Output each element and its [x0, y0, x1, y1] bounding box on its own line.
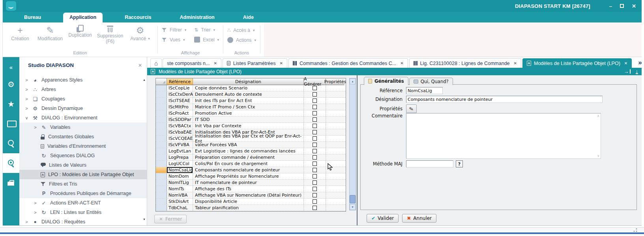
row-selector[interactable]: [156, 186, 167, 192]
chevron-down-icon[interactable]: ∨: [597, 154, 599, 158]
reference-cell[interactable]: LogUCCol: [167, 161, 193, 167]
document-tab[interactable]: Commandes : Gestion des Commandes C... ✕: [288, 58, 408, 68]
annuler-button[interactable]: ✖ Annuler: [402, 214, 436, 223]
rail-item[interactable]: [3, 134, 19, 153]
reference-cell[interactable]: IScCopLie: [167, 85, 193, 91]
a-generer-checkbox[interactable]: [313, 180, 317, 185]
a-generer-checkbox[interactable]: [313, 130, 317, 134]
table-row[interactable]: NomITLig IT nomenclature de pointeur: [156, 180, 346, 186]
a-generer-checkbox[interactable]: [313, 206, 317, 210]
row-selector[interactable]: [156, 85, 167, 91]
reference-cell[interactable]: IScVFVBA: [167, 142, 193, 148]
reference-cell[interactable]: IScVbaEAE: [167, 129, 193, 135]
close-icon[interactable]: ✕: [138, 63, 142, 68]
table-scrollbar[interactable]: ▲ ▼: [349, 78, 356, 210]
methode-maj-input[interactable]: [406, 160, 453, 167]
close-icon[interactable]: ✕: [624, 61, 627, 65]
rail-item[interactable]: ⚙: [3, 74, 19, 94]
close-icon[interactable]: ✕: [514, 61, 517, 65]
tree-item[interactable]: > ↻ LEN : Listes sur Entités: [19, 208, 147, 217]
excel-button[interactable]: X Excel ▾: [194, 37, 219, 43]
table-row[interactable]: IScMItPro Matrice IT Promo / Scen Ctx: [156, 104, 346, 110]
reference-cell[interactable]: IScMItPro: [167, 104, 193, 110]
designation-input[interactable]: [406, 96, 603, 103]
rail-item[interactable]: «: [3, 59, 19, 74]
tree-item[interactable]: A LPO : Modèles de Liste Partagée Objet: [19, 170, 147, 179]
modification-button[interactable]: ✎ Modification: [36, 25, 64, 44]
designation-cell[interactable]: Init Vba par Contexte: [193, 123, 304, 129]
reference-cell[interactable]: IScProAct: [167, 110, 193, 116]
table-row[interactable]: LogUCCol Colis/Pal En cours de chargemen…: [156, 161, 346, 167]
a-generer-checkbox[interactable]: [313, 92, 317, 97]
a-generer-checkbox[interactable]: [313, 162, 317, 166]
tree-item[interactable]: Variables d'Environnement: [19, 141, 147, 151]
a-generer-checkbox[interactable]: [313, 193, 317, 197]
tree-item[interactable]: P Procédures Publiques de Démarrage: [19, 189, 147, 198]
table-row[interactable]: LogPrepa Préparation commande / événemen…: [156, 154, 346, 161]
home-tab[interactable]: ⌂: [150, 58, 162, 68]
row-selector[interactable]: [156, 161, 167, 167]
reference-cell[interactable]: TdbChaL: [167, 205, 193, 211]
table-row[interactable]: LogEvtLan Evt Logistique : lignes de com…: [156, 148, 346, 154]
creation-button[interactable]: + Création: [6, 25, 34, 44]
row-selector[interactable]: [156, 142, 167, 148]
scroll-down-icon[interactable]: ▼: [350, 204, 356, 210]
designation-cell[interactable]: Colis/Pal En cours de chargement: [193, 161, 304, 167]
download-icon[interactable]: ↓: [636, 69, 638, 74]
commentaire-textarea[interactable]: [406, 113, 601, 159]
tree-item[interactable]: > ❏ Couplages: [19, 94, 147, 104]
menu-tab[interactable]: Raccourcis: [118, 13, 157, 22]
tree-item[interactable]: Constantes Globales: [19, 132, 147, 141]
menu-tab[interactable]: Application: [63, 13, 103, 22]
row-selector[interactable]: [156, 110, 167, 116]
row-selector[interactable]: [156, 180, 167, 186]
tree-item[interactable]: > ⚙ Dessin Dynamique: [19, 104, 147, 113]
tree-item[interactable]: ↻ Séquences DIALOG: [19, 151, 147, 160]
detail-tab[interactable]: Qui, Quand?: [409, 78, 453, 85]
scroll-up-icon[interactable]: ▲: [350, 78, 356, 84]
select-all-header[interactable]: [156, 78, 167, 85]
table-row[interactable]: NomDom Affichage Propriétés sur Nomencla…: [156, 173, 346, 180]
reference-cell[interactable]: NomITs: [167, 186, 193, 192]
reference-cell[interactable]: IScSDDPar: [167, 117, 193, 123]
close-icon[interactable]: ✕: [400, 61, 403, 65]
table-row[interactable]: NomITs Affichage des ITs: [156, 186, 346, 192]
minimize-icon[interactable]: –: [609, 3, 612, 9]
rail-item[interactable]: [3, 153, 19, 173]
row-selector[interactable]: [156, 104, 167, 110]
a-generer-checkbox[interactable]: [313, 168, 317, 172]
designation-cell[interactable]: Affichage VBA sur Nomenclature (Détai Po…: [193, 192, 304, 198]
tree-item[interactable]: Filtres et Tris: [19, 179, 147, 189]
a-generer-checkbox[interactable]: [313, 105, 317, 109]
designation-cell[interactable]: Préparation commande / événement: [193, 154, 304, 160]
document-tab[interactable]: Lig. C231100028 : Lignes de Commande ✕: [409, 58, 521, 68]
a-generer-checkbox[interactable]: [313, 117, 317, 122]
table-row[interactable]: IScVFVBA valeur Forcées VBA: [156, 142, 346, 148]
row-selector[interactable]: [156, 154, 167, 160]
designation-cell[interactable]: Disponibilité Article: [193, 199, 304, 204]
a-generer-checkbox[interactable]: [313, 187, 317, 191]
fermer-button[interactable]: ✕ Fermer: [154, 215, 187, 223]
designation-cell[interactable]: Affichage Propriétés sur Nomenclature: [193, 173, 304, 179]
rail-item[interactable]: [3, 114, 19, 134]
designation-cell[interactable]: Initialisation des VBA par Ctx et QOP pa…: [193, 136, 304, 141]
designation-cell[interactable]: Evt Logistique : lignes de commandes lan…: [193, 148, 304, 154]
reference-cell[interactable]: IScVCQEAE: [167, 136, 193, 141]
table-row[interactable]: IScProAct Promotion Active: [156, 110, 346, 117]
row-selector[interactable]: [156, 136, 167, 141]
close-icon[interactable]: ✕: [280, 61, 283, 65]
reference-cell[interactable]: NomVBA: [167, 192, 193, 198]
column-header-a-generer[interactable]: A Générer: [304, 78, 326, 85]
tree-item[interactable]: > ✎ Variables: [19, 123, 147, 132]
menu-tab[interactable]: Administration: [174, 13, 221, 22]
acces-a-button[interactable]: ∴ Accès à ▾: [227, 27, 256, 33]
designation-cell[interactable]: Composants nomenclature de pointeur: [193, 167, 304, 173]
a-generer-checkbox[interactable]: [313, 124, 317, 128]
row-selector[interactable]: [156, 98, 167, 104]
maximize-icon[interactable]: [620, 4, 624, 8]
document-tab[interactable]: A Modèles de Liste Partagée Objet (LPO) …: [522, 58, 632, 68]
row-selector[interactable]: [156, 123, 167, 129]
column-header-reference[interactable]: Référence: [167, 78, 193, 85]
row-selector[interactable]: [156, 205, 167, 211]
rail-item[interactable]: [3, 173, 19, 193]
